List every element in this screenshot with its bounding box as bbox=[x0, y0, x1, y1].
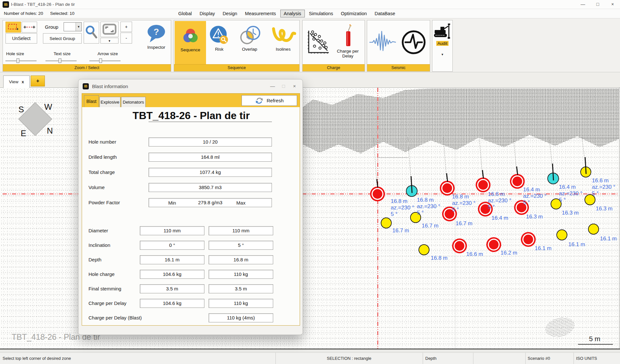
menu-item-measurements[interactable]: Measurements bbox=[242, 10, 280, 17]
inspector-icon: ? bbox=[146, 24, 167, 44]
overlap-button[interactable]: Overlap bbox=[232, 21, 267, 64]
hole-needle bbox=[482, 170, 483, 178]
field-min-box: 16.1 m bbox=[140, 255, 204, 264]
seismograph-button[interactable] bbox=[399, 21, 429, 64]
menu-item-analysis[interactable]: Analysis bbox=[280, 10, 305, 17]
status-scenario: Scenario #0 bbox=[528, 353, 550, 364]
dialog-close-icon[interactable]: × bbox=[289, 82, 300, 91]
text-size-slider[interactable] bbox=[46, 58, 77, 63]
overlap-label: Overlap bbox=[242, 47, 257, 52]
dialog-title: Blast information bbox=[92, 79, 128, 93]
tab-explosive[interactable]: Explosive bbox=[99, 97, 120, 107]
maximize-icon[interactable]: □ bbox=[590, 0, 605, 9]
tab-detonators[interactable]: Detonators bbox=[121, 97, 146, 107]
select-group-button[interactable]: Select Group bbox=[43, 33, 82, 44]
hole-size-label: Hole size bbox=[6, 51, 24, 56]
menu-item-design[interactable]: Design bbox=[219, 10, 241, 17]
refresh-label: Refresh bbox=[267, 98, 284, 103]
charge-per-delay-label: Charge per Delay bbox=[333, 49, 363, 58]
view-tab-close-icon[interactable]: x bbox=[22, 79, 24, 84]
svg-text:?: ? bbox=[153, 27, 159, 37]
chevron-down-icon: ▼ bbox=[76, 23, 81, 31]
isolines-button[interactable]: Isolines bbox=[267, 21, 299, 64]
audit-button[interactable]: Audit ▼ bbox=[433, 22, 452, 64]
field-max-box: 110 mm bbox=[209, 226, 273, 235]
field-max-box: 16.8 m bbox=[209, 255, 273, 264]
tab-view[interactable]: View x bbox=[3, 76, 30, 88]
fit-view-dropdown[interactable]: ▼ bbox=[100, 38, 119, 44]
minimize-icon[interactable]: — bbox=[575, 0, 590, 9]
dialog-minimize-icon[interactable]: — bbox=[267, 82, 278, 91]
dialog-title-bar[interactable]: IB Blast information — □ × bbox=[78, 79, 303, 93]
group-audit: Audit ▼ bbox=[432, 20, 453, 72]
menu-item-global[interactable]: Global bbox=[175, 10, 195, 17]
close-icon[interactable]: × bbox=[605, 0, 620, 9]
menu-item-simulations[interactable]: Simulations bbox=[305, 10, 337, 17]
hole-needle bbox=[377, 179, 378, 187]
selection-stats: Number of holes: 20 Selected: 10 bbox=[4, 9, 74, 18]
hole-label: 16.6 maz.=230 °5 ° bbox=[488, 191, 512, 210]
charge-chart-icon bbox=[305, 29, 329, 56]
status-selection-mode: SELECTION : rectangle bbox=[275, 353, 423, 364]
dialog-content: Blast Explosive Detonators Refresh TBT_4… bbox=[82, 93, 300, 326]
ribbon: UnSelect Group ▼ Select Group ▼ + - Hole… bbox=[0, 18, 620, 72]
field-label: Diameter bbox=[88, 228, 108, 233]
seismic-wave-button[interactable] bbox=[368, 21, 398, 64]
field-min-box: 110 mm bbox=[140, 226, 204, 235]
app-logo-icon: IB bbox=[3, 1, 9, 8]
sequence-button[interactable]: Sequence bbox=[175, 21, 206, 64]
group-combobox[interactable]: ▼ bbox=[64, 22, 82, 31]
status-bar: Select top left corner of desired zone S… bbox=[0, 352, 620, 364]
dialog-maximize-icon[interactable]: □ bbox=[278, 82, 289, 91]
selected-count: Selected: 10 bbox=[50, 11, 74, 16]
seismograph-icon bbox=[400, 29, 427, 56]
hole-label: 16.4 maz.=230 °5 ° bbox=[523, 187, 547, 206]
refresh-icon bbox=[255, 96, 264, 105]
audit-dropdown-icon[interactable]: ▼ bbox=[441, 53, 444, 56]
rectangle-select-button[interactable] bbox=[5, 22, 21, 33]
field-label: Hole charge bbox=[88, 271, 115, 277]
status-divider bbox=[423, 353, 423, 364]
tab-blast[interactable]: Blast bbox=[84, 95, 99, 107]
fit-view-button[interactable] bbox=[100, 22, 119, 37]
charge-per-delay-icon bbox=[342, 23, 354, 47]
field-min-box: 0 ° bbox=[140, 241, 204, 250]
zoom-out-button[interactable]: - bbox=[120, 33, 132, 44]
hole-label: 16.7 m bbox=[422, 223, 439, 229]
status-units: ISO UNITS bbox=[576, 353, 597, 364]
hole-size-slider[interactable] bbox=[5, 58, 36, 63]
text-size-label: Text size bbox=[54, 51, 71, 56]
hole-needle bbox=[517, 167, 518, 175]
inspector-button[interactable]: ? Inspector bbox=[142, 21, 170, 64]
arrow-size-slider[interactable] bbox=[89, 58, 120, 63]
hole-label: 16.4 maz.=230 °5 ° bbox=[559, 184, 583, 203]
hole-label: 16.6 maz.=230 °5 ° bbox=[592, 177, 615, 197]
hole-label: 16.3 m bbox=[596, 206, 613, 212]
zoom-button[interactable] bbox=[84, 22, 99, 44]
measure-icon bbox=[23, 24, 36, 30]
charge-chart-button[interactable] bbox=[303, 21, 331, 64]
zoom-in-button[interactable]: + bbox=[120, 22, 132, 32]
add-view-tab-button[interactable]: + bbox=[31, 76, 45, 86]
unselect-button[interactable]: UnSelect bbox=[5, 33, 37, 44]
refresh-button[interactable]: Refresh bbox=[242, 95, 297, 106]
seismic-wave-icon bbox=[369, 29, 397, 55]
measure-button[interactable] bbox=[22, 22, 37, 33]
charge-per-delay-button[interactable]: Charge per Delay bbox=[332, 21, 364, 64]
inspector-label: Inspector bbox=[147, 45, 165, 50]
view-scroll-strip[interactable] bbox=[0, 349, 620, 352]
menu-item-display[interactable]: Display bbox=[196, 10, 219, 17]
risk-button[interactable]: Risk bbox=[207, 21, 232, 64]
field-min-box: 104.6 kg bbox=[140, 299, 204, 308]
dialog-tab-strip: Blast Explosive Detonators Refresh bbox=[82, 94, 300, 107]
group-seismic: Seismic bbox=[367, 20, 430, 72]
field-label: Inclination bbox=[88, 242, 110, 248]
status-divider bbox=[525, 353, 526, 364]
hole-needle bbox=[585, 157, 586, 174]
risk-icon bbox=[209, 25, 229, 46]
dialog-minmax-fields: Diameter110 mm110 mmInclination0 °5 °Dep… bbox=[82, 107, 300, 326]
menu-item-optimization[interactable]: Optimization bbox=[337, 10, 370, 17]
menu-item-database[interactable]: DataBase bbox=[371, 10, 399, 17]
window-title: I-Blast - TBT_418-26 - Plan de tir bbox=[11, 0, 75, 9]
title-bar: IB I-Blast - TBT_418-26 - Plan de tir — … bbox=[0, 0, 620, 9]
